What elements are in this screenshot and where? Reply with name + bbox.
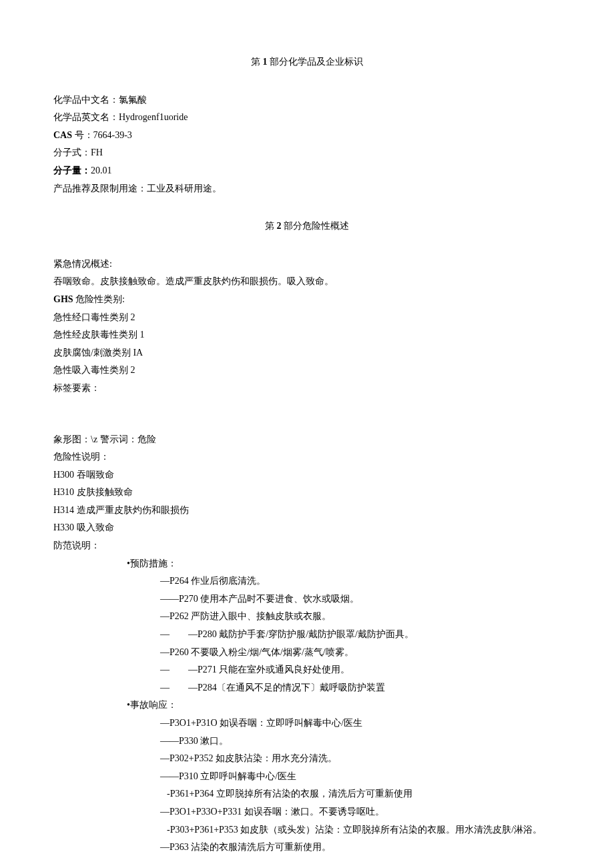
heading-num: 2 bbox=[277, 221, 282, 231]
use-label: 产品推荐及限制用途： bbox=[53, 183, 147, 193]
ghs-item: 皮肤腐蚀/刺激类别 IA bbox=[53, 344, 561, 362]
response-label: •事故响应： bbox=[53, 697, 561, 715]
label-elements: 标签要素： bbox=[53, 380, 561, 398]
hazard-item: H330 吸入致命 bbox=[53, 519, 561, 537]
hazard-item: H300 吞咽致命 bbox=[53, 466, 561, 484]
mw-line: 分子量：20.01 bbox=[53, 162, 561, 180]
name-cn-value: 氯氟酸 bbox=[119, 95, 147, 105]
response-item: —P302+P352 如皮肤沾染：用水充分清洗。 bbox=[53, 750, 561, 768]
prevention-item: —P262 严防进入眼中、接触皮肤或衣服。 bbox=[53, 608, 561, 626]
ghs-label-bold: GHS bbox=[53, 294, 73, 304]
heading-suffix: 部分化学品及企业标识 bbox=[270, 57, 363, 67]
heading-num: 1 bbox=[263, 57, 268, 67]
cas-label: CAS bbox=[53, 130, 72, 140]
name-en-value: Hydrogenf1uoride bbox=[119, 112, 188, 122]
ghs-label: GHS 危险性类别: bbox=[53, 291, 561, 309]
pictogram-gap bbox=[53, 398, 561, 431]
use-value: 工业及科研用途。 bbox=[147, 183, 222, 193]
ghs-item: 急性经皮肤毒性类别 1 bbox=[53, 326, 561, 344]
prevention-item: ——P270 使用本产品时不要进食、饮水或吸烟。 bbox=[53, 590, 561, 608]
cas-value: 7664-39-3 bbox=[93, 130, 132, 140]
response-item: -P361+P364 立即脱掉所有沾染的衣服，清洗后方可重新使用 bbox=[53, 785, 561, 803]
formula-line: 分子式：FH bbox=[53, 144, 561, 162]
cas-suffix: 号： bbox=[75, 130, 93, 140]
emergency-text: 吞咽致命。皮肤接触致命。造成严重皮肤灼伤和眼损伤。吸入致命。 bbox=[53, 273, 561, 291]
response-item: ——P310 立即呼叫解毒中心/医生 bbox=[53, 768, 561, 786]
name-en-line: 化学品英文名：Hydrogenf1uoride bbox=[53, 109, 561, 127]
hazard-item: H310 皮肤接触致命 bbox=[53, 484, 561, 502]
response-item: ——P330 漱口。 bbox=[53, 733, 561, 751]
prevention-item: —P260 不要吸入粉尘/烟/气体/烟雾/蒸气/喷雾。 bbox=[53, 644, 561, 662]
formula-value: FH bbox=[91, 147, 103, 157]
response-item: —P3O1+P31O 如误吞咽：立即呼叫解毒中心/医生 bbox=[53, 715, 561, 733]
name-cn-line: 化学品中文名：氯氟酸 bbox=[53, 91, 561, 109]
mw-value: 20.01 bbox=[91, 165, 112, 175]
precaution-label: 防范说明： bbox=[53, 537, 561, 555]
response-item: -P303+P361+P353 如皮肤（或头发）沾染：立即脱掉所有沾染的衣服。用… bbox=[53, 821, 561, 839]
prevention-item: —P264 作业后彻底清洗。 bbox=[53, 572, 561, 590]
prevention-label: •预防措施： bbox=[53, 555, 561, 573]
formula-label: 分子式： bbox=[53, 147, 91, 157]
name-cn-label: 化学品中文名： bbox=[53, 95, 119, 105]
use-line: 产品推荐及限制用途：工业及科研用途。 bbox=[53, 180, 561, 198]
name-en-label: 化学品英文名： bbox=[53, 112, 119, 122]
pictogram-line: 象形图：\z 警示词：危险 bbox=[53, 431, 561, 449]
prevention-item: — —P271 只能在室外或通风良好处使用。 bbox=[53, 661, 561, 679]
response-item: —P3O1+P33O+P331 如误吞咽：漱口。不要诱导呕吐。 bbox=[53, 803, 561, 821]
cas-line: CAS 号：7664-39-3 bbox=[53, 127, 561, 145]
heading-prefix: 第 bbox=[251, 57, 260, 67]
prevention-item: — —P284〔在通风不足的情况下〕戴呼吸防护装置 bbox=[53, 679, 561, 697]
heading-suffix: 部分危险性概述 bbox=[284, 221, 349, 231]
section1-heading: 第 1 部分化学品及企业标识 bbox=[53, 53, 561, 71]
mw-label: 分子量： bbox=[53, 165, 91, 175]
ghs-label-rest: 危险性类别: bbox=[75, 294, 125, 304]
section2-heading: 第 2 部分危险性概述 bbox=[53, 218, 561, 236]
prevention-item: — —P280 戴防护手套/穿防护服/戴防护眼罩/戴防护面具。 bbox=[53, 626, 561, 644]
ghs-item: 急性吸入毒性类别 2 bbox=[53, 362, 561, 380]
hazard-desc-label: 危险性说明： bbox=[53, 448, 561, 466]
emergency-label: 紧急情况概述: bbox=[53, 256, 561, 274]
hazard-item: H314 造成严重皮肤灼伤和眼损伤 bbox=[53, 502, 561, 520]
response-item: —P363 沾染的衣服清洗后方可重新使用。 bbox=[53, 839, 561, 857]
heading-prefix: 第 bbox=[265, 221, 274, 231]
ghs-item: 急性经口毒性类别 2 bbox=[53, 309, 561, 327]
